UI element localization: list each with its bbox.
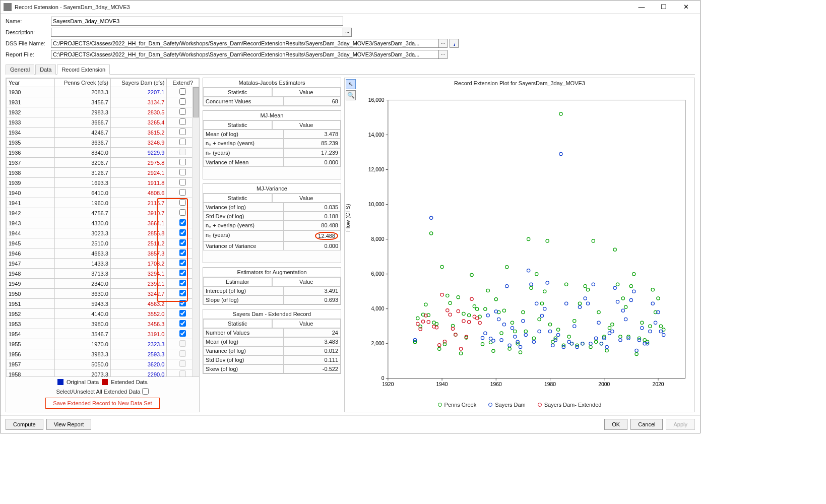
svg-point-108 bbox=[619, 335, 622, 338]
table-row[interactable]: 19563983.32593.3 bbox=[7, 349, 199, 359]
zoom-tool[interactable]: 🔍 bbox=[346, 90, 356, 100]
compute-button[interactable]: Compute bbox=[6, 419, 43, 430]
tab-data[interactable]: Data bbox=[35, 65, 56, 75]
extend-checkbox[interactable] bbox=[179, 229, 186, 236]
minimize-button[interactable]: — bbox=[630, 2, 653, 13]
extend-checkbox[interactable] bbox=[179, 360, 186, 367]
extend-checkbox[interactable] bbox=[179, 290, 186, 296]
col-year[interactable]: Year bbox=[7, 79, 55, 87]
extend-checkbox[interactable] bbox=[179, 219, 186, 226]
extend-checkbox[interactable] bbox=[179, 310, 186, 317]
svg-point-147 bbox=[535, 302, 538, 305]
table-row[interactable]: 19368340.09229.9 bbox=[7, 148, 199, 158]
dss-graph-button[interactable] bbox=[450, 39, 459, 48]
table-row[interactable]: 19515943.34563.2 bbox=[7, 299, 199, 309]
chart-area[interactable]: Flow (CFS) 02,0004,0006,0008,00010,00012… bbox=[365, 88, 690, 400]
extend-checkbox[interactable] bbox=[179, 239, 186, 246]
table-row[interactable]: 19492340.02392.1 bbox=[7, 279, 199, 289]
table-row[interactable]: 19443023.32856.8 bbox=[7, 228, 199, 238]
extension-table-panel: Year Penns Creek (cfs) Sayers Dam (cfs) … bbox=[6, 78, 200, 412]
extend-checkbox[interactable] bbox=[179, 108, 186, 115]
extend-checkbox[interactable] bbox=[179, 260, 186, 266]
table-row[interactable]: 19373206.72975.8 bbox=[7, 158, 199, 168]
extend-checkbox[interactable] bbox=[179, 98, 186, 105]
scatter-plot[interactable]: 02,0004,0006,0008,00010,00012,00014,0001… bbox=[365, 88, 690, 400]
table-row[interactable]: 19411960.02115.7 bbox=[7, 198, 199, 208]
table-row[interactable]: 19406410.04808.6 bbox=[7, 188, 199, 198]
table-row[interactable]: 19391693.31911.8 bbox=[7, 178, 199, 188]
extend-checkbox[interactable] bbox=[179, 249, 186, 256]
maximize-button[interactable]: ☐ bbox=[653, 2, 675, 13]
extend-checkbox[interactable] bbox=[179, 340, 186, 347]
table-row[interactable]: 19434330.03664.1 bbox=[7, 218, 199, 228]
extend-checkbox[interactable] bbox=[179, 300, 186, 306]
extend-checkbox[interactable] bbox=[179, 320, 186, 327]
col-sayers[interactable]: Sayers Dam (cfs) bbox=[110, 79, 166, 87]
ok-button[interactable]: OK bbox=[604, 419, 627, 430]
table-scrollbar[interactable] bbox=[192, 87, 199, 376]
extend-checkbox[interactable] bbox=[179, 270, 186, 276]
extend-checkbox[interactable] bbox=[179, 169, 186, 175]
table-row[interactable]: 19533980.03456.3 bbox=[7, 319, 199, 329]
dss-file-browse-button[interactable]: ⋯ bbox=[438, 39, 448, 48]
name-input[interactable] bbox=[51, 17, 343, 26]
mj-estimators-box: Matalas-Jacobs Estimators StatisticValue… bbox=[203, 78, 341, 106]
extend-checkbox[interactable] bbox=[179, 179, 186, 185]
extend-checkbox[interactable] bbox=[179, 149, 186, 155]
save-extended-record-button[interactable]: Save Extended Record to New Data Set bbox=[45, 398, 159, 409]
extend-checkbox[interactable] bbox=[179, 118, 186, 125]
extend-checkbox[interactable] bbox=[179, 370, 186, 377]
extension-data-table[interactable]: Year Penns Creek (cfs) Sayers Dam (cfs) … bbox=[6, 78, 199, 377]
svg-point-178 bbox=[619, 339, 622, 342]
svg-point-89 bbox=[567, 335, 570, 338]
description-input[interactable] bbox=[51, 28, 343, 37]
table-row[interactable]: 19471433.31703.2 bbox=[7, 259, 199, 269]
extend-checkbox[interactable] bbox=[179, 88, 186, 95]
table-row[interactable]: 19483713.33294.1 bbox=[7, 269, 199, 279]
titlebar[interactable]: Record Extension - SayersDam_3day_MOVE3 … bbox=[1, 1, 700, 14]
extend-checkbox[interactable] bbox=[179, 199, 186, 206]
svg-point-203 bbox=[440, 293, 443, 296]
report-file-browse-button[interactable]: ⋯ bbox=[438, 50, 448, 59]
col-penns[interactable]: Penns Creek (cfs) bbox=[54, 79, 110, 87]
cursor-tool[interactable]: ↖ bbox=[346, 79, 356, 89]
cancel-button[interactable]: Cancel bbox=[630, 419, 663, 430]
table-row[interactable]: 19452510.02511.2 bbox=[7, 238, 199, 248]
close-button[interactable]: ✕ bbox=[675, 2, 697, 13]
col-extend[interactable]: Extend? bbox=[167, 79, 199, 87]
report-file-input[interactable] bbox=[51, 50, 439, 59]
extend-checkbox[interactable] bbox=[179, 330, 186, 337]
table-row[interactable]: 19524140.03552.0 bbox=[7, 309, 199, 319]
description-expand-button[interactable]: ⋯ bbox=[343, 28, 352, 37]
table-row[interactable]: 19313456.73134.7 bbox=[7, 97, 199, 107]
extend-checkbox[interactable] bbox=[179, 129, 186, 135]
table-row[interactable]: 19503630.03242.7 bbox=[7, 289, 199, 299]
view-report-button[interactable]: View Report bbox=[46, 419, 92, 430]
table-row[interactable]: 19383126.72924.1 bbox=[7, 168, 199, 178]
table-row[interactable]: 19353636.73246.9 bbox=[7, 138, 199, 148]
tab-general[interactable]: General bbox=[6, 65, 34, 75]
table-row[interactable]: 19543546.73191.0 bbox=[7, 329, 199, 339]
extend-checkbox[interactable] bbox=[179, 139, 186, 145]
table-row[interactable]: 19424756.73910.7 bbox=[7, 208, 199, 218]
augmentation-box: Estimators for Augmentation EstimatorVal… bbox=[203, 267, 341, 305]
table-row[interactable]: 19551970.02323.3 bbox=[7, 339, 199, 349]
apply-button[interactable]: Apply bbox=[666, 419, 695, 430]
dss-file-input[interactable] bbox=[51, 39, 439, 48]
table-row[interactable]: 19322983.32830.5 bbox=[7, 107, 199, 117]
extend-checkbox[interactable] bbox=[179, 209, 186, 216]
svg-point-126 bbox=[429, 216, 432, 219]
select-all-checkbox[interactable] bbox=[142, 388, 149, 395]
extend-checkbox[interactable] bbox=[179, 189, 186, 196]
table-row[interactable]: 19575050.03620.0 bbox=[7, 359, 199, 369]
table-row[interactable]: 19333666.73265.4 bbox=[7, 117, 199, 128]
scrollbar-thumb[interactable] bbox=[193, 87, 199, 117]
tab-record-extension[interactable]: Record Extension bbox=[57, 65, 110, 75]
extend-checkbox[interactable] bbox=[179, 350, 186, 357]
table-row[interactable]: 19344246.73615.2 bbox=[7, 128, 199, 138]
extend-checkbox[interactable] bbox=[179, 280, 186, 286]
table-row[interactable]: 19302083.32207.1 bbox=[7, 87, 199, 97]
extend-checkbox[interactable] bbox=[179, 159, 186, 165]
table-row[interactable]: 19582073.32290.0 bbox=[7, 369, 199, 377]
table-row[interactable]: 19464663.33857.3 bbox=[7, 248, 199, 259]
